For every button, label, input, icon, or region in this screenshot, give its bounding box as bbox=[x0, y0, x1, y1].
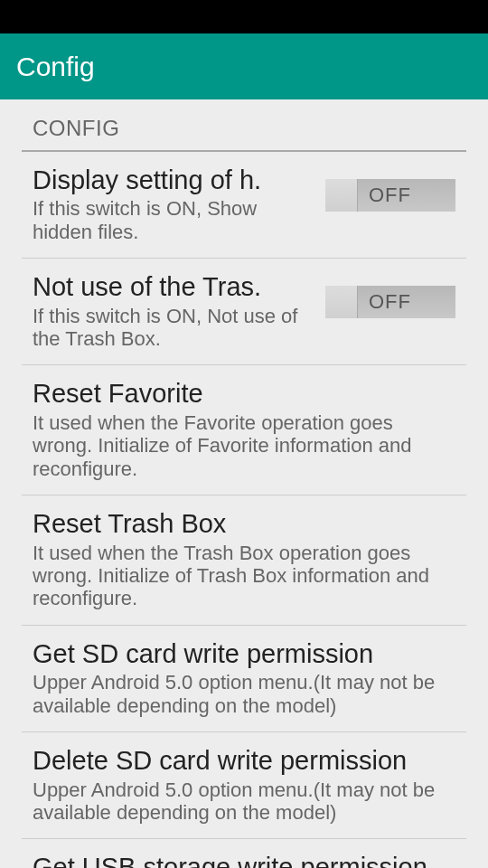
settings-content: CONFIG Display setting of h. If this swi… bbox=[0, 99, 488, 868]
setting-title: Get USB storage write permission bbox=[33, 852, 446, 868]
setting-text: Display setting of h. If this switch is … bbox=[33, 165, 325, 243]
setting-display-hidden[interactable]: Display setting of h. If this switch is … bbox=[22, 152, 466, 259]
app-header: Config bbox=[0, 33, 488, 99]
setting-subtitle: It used when the Trash Box operation goe… bbox=[33, 542, 446, 610]
setting-delete-sd-permission[interactable]: Delete SD card write permission Upper An… bbox=[22, 732, 466, 839]
setting-subtitle: Upper Android 5.0 option menu.(It may no… bbox=[33, 778, 446, 825]
page-title: Config bbox=[16, 52, 95, 82]
toggle-display-hidden[interactable]: OFF bbox=[325, 179, 455, 212]
section-label: CONFIG bbox=[22, 99, 466, 150]
setting-text: Reset Favorite It used when the Favorite… bbox=[33, 378, 455, 480]
setting-subtitle: Upper Android 5.0 option menu.(It may no… bbox=[33, 671, 446, 717]
setting-text: Not use of the Tras. If this switch is O… bbox=[33, 271, 325, 350]
setting-reset-trash[interactable]: Reset Trash Box It used when the Trash B… bbox=[22, 495, 466, 626]
setting-subtitle: It used when the Favorite operation goes… bbox=[33, 411, 446, 480]
setting-text: Get USB storage write permission Upper A… bbox=[33, 852, 455, 868]
setting-text: Get SD card write permission Upper Andro… bbox=[33, 638, 455, 717]
toggle-not-use-trash[interactable]: OFF bbox=[325, 286, 455, 318]
setting-text: Delete SD card write permission Upper An… bbox=[33, 745, 455, 824]
setting-title: Not use of the Tras. bbox=[33, 271, 316, 303]
setting-get-sd-permission[interactable]: Get SD card write permission Upper Andro… bbox=[22, 626, 466, 732]
setting-subtitle: If this switch is ON, Not use of the Tra… bbox=[33, 305, 316, 351]
setting-title: Display setting of h. bbox=[33, 165, 316, 196]
status-bar bbox=[0, 0, 488, 33]
setting-text: Reset Trash Box It used when the Trash B… bbox=[33, 508, 455, 610]
setting-reset-favorite[interactable]: Reset Favorite It used when the Favorite… bbox=[22, 365, 466, 495]
setting-title: Reset Trash Box bbox=[33, 508, 446, 540]
switch-state-label: OFF bbox=[369, 184, 411, 207]
setting-title: Delete SD card write permission bbox=[33, 745, 446, 777]
switch-thumb bbox=[325, 179, 358, 212]
switch-state-label: OFF bbox=[369, 290, 411, 314]
setting-title: Get SD card write permission bbox=[33, 638, 446, 670]
setting-not-use-trash[interactable]: Not use of the Tras. If this switch is O… bbox=[22, 259, 466, 365]
setting-subtitle: If this switch is ON, Show hidden files. bbox=[33, 197, 316, 243]
setting-title: Reset Favorite bbox=[33, 378, 446, 410]
setting-get-usb-permission[interactable]: Get USB storage write permission Upper A… bbox=[22, 839, 466, 868]
switch-thumb bbox=[325, 286, 358, 318]
